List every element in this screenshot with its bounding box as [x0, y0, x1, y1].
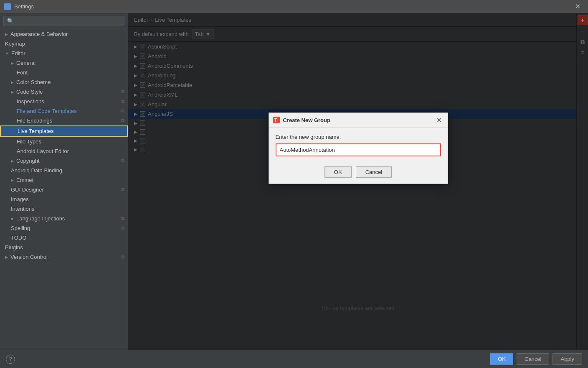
modal-prompt-label: Enter the new group name: [276, 134, 441, 140]
modal-close-button[interactable]: ✕ [435, 116, 444, 124]
sidebar-item-label: General [16, 60, 35, 66]
apply-button[interactable]: Apply [553, 353, 582, 365]
sidebar-item-images[interactable]: Images [0, 194, 128, 204]
modal-cancel-button[interactable]: Cancel [356, 166, 392, 178]
bottom-bar: ? OK Cancel Apply [0, 350, 588, 368]
content-area: Editor › Live Templates By default expan… [128, 13, 588, 350]
main-layout: ▶ Appearance & Behavior Keymap ▼ Editor … [0, 13, 588, 350]
expand-arrow-icon: ▼ [5, 51, 9, 56]
sidebar-item-label: Copyright [16, 158, 40, 164]
copy-icon: ⧉ [121, 89, 124, 95]
bottom-buttons: OK Cancel Apply [490, 353, 582, 365]
sidebar-item-label: Images [11, 196, 29, 202]
sidebar-item-label: Keymap [5, 41, 25, 47]
sidebar-item-general[interactable]: ▶ General [0, 58, 128, 68]
modal-ok-button[interactable]: OK [324, 166, 352, 178]
sidebar-item-file-code-templates[interactable]: File and Code Templates ⧉ [0, 106, 128, 116]
sidebar-item-label: File Encodings [17, 118, 52, 124]
expand-arrow-icon: ▶ [11, 178, 14, 182]
sidebar-item-emmet[interactable]: ▶ Emmet [0, 175, 128, 185]
copy-icon: ⧉ [121, 254, 124, 260]
sidebar-item-file-types[interactable]: File Types [0, 137, 128, 146]
sidebar-item-label: Android Layout Editor [17, 148, 69, 154]
sidebar-item-label: Android Data Binding [11, 167, 62, 174]
search-input[interactable] [3, 16, 124, 26]
sidebar-item-color-scheme[interactable]: ▶ Color Scheme [0, 77, 128, 87]
sidebar-item-file-encodings[interactable]: File Encodings ⧉ [0, 116, 128, 125]
sidebar-item-label: Code Style [16, 89, 43, 95]
copy-icon: ⧉ [121, 108, 124, 114]
sidebar-item-android-layout[interactable]: Android Layout Editor [0, 146, 128, 156]
sidebar-item-label: File and Code Templates [17, 108, 77, 114]
sidebar-item-label: Spelling [11, 225, 30, 231]
modal-title-label: Create New Group [283, 117, 431, 123]
svg-text:T: T [274, 118, 277, 123]
sidebar-item-intentions[interactable]: Intentions [0, 204, 128, 214]
sidebar-item-label: Version Control [10, 254, 48, 260]
sidebar-item-editor[interactable]: ▼ Editor [0, 49, 128, 58]
app-icon [4, 3, 11, 10]
sidebar-item-label: Inspections [17, 98, 44, 105]
copy-icon: ⧉ [121, 118, 124, 123]
sidebar-item-label: Intentions [11, 206, 34, 212]
modal-input-wrapper [276, 143, 441, 156]
copy-icon: ⧉ [121, 216, 124, 221]
cancel-button[interactable]: Cancel [517, 353, 549, 365]
sidebar-item-language-injections[interactable]: ▶ Language Injections ⧉ [0, 214, 128, 223]
sidebar-item-android-data-binding[interactable]: Android Data Binding [0, 166, 128, 175]
modal-title-icon: T [273, 117, 280, 123]
help-icon: ? [9, 356, 12, 362]
sidebar-item-label: File Types [17, 138, 41, 145]
copy-icon: ⧉ [121, 225, 124, 231]
modal-overlay: T Create New Group ✕ Enter the new group… [128, 13, 588, 350]
expand-arrow-icon: ▶ [11, 217, 14, 221]
sidebar-item-spelling[interactable]: Spelling ⧉ [0, 223, 128, 233]
expand-arrow-icon: ▶ [11, 90, 14, 94]
copy-icon: ⧉ [121, 187, 124, 192]
sidebar-item-label: Appearance & Behavior [10, 31, 68, 37]
sidebar-item-font[interactable]: Font [0, 68, 128, 77]
sidebar-item-appearance[interactable]: ▶ Appearance & Behavior [0, 29, 128, 39]
sidebar-item-version-control[interactable]: ▶ Version Control ⧉ [0, 252, 128, 262]
modal-body: Enter the new group name: [269, 128, 448, 162]
create-new-group-dialog: T Create New Group ✕ Enter the new group… [269, 112, 448, 184]
sidebar-item-keymap[interactable]: Keymap [0, 39, 128, 49]
svg-rect-0 [5, 4, 10, 9]
expand-arrow-icon: ▶ [11, 61, 14, 65]
ok-button[interactable]: OK [490, 353, 513, 365]
expand-arrow-icon: ▶ [5, 255, 8, 259]
sidebar-item-todo[interactable]: TODO [0, 233, 128, 243]
modal-footer: OK Cancel [269, 162, 448, 184]
window-close-button[interactable]: ✕ [572, 1, 584, 12]
group-name-input[interactable] [276, 144, 440, 156]
sidebar-item-label: Color Scheme [16, 79, 51, 85]
titlebar: Settings ✕ [0, 0, 588, 13]
expand-arrow-icon: ▶ [11, 159, 14, 163]
sidebar-item-plugins[interactable]: Plugins [0, 243, 128, 252]
sidebar-item-code-style[interactable]: ▶ Code Style ⧉ [0, 87, 128, 97]
sidebar-item-label: Live Templates [18, 128, 53, 134]
sidebar-item-label: Editor [11, 50, 25, 56]
sidebar-item-live-templates[interactable]: Live Templates [0, 125, 128, 137]
expand-arrow-icon: ▶ [11, 80, 14, 84]
modal-titlebar: T Create New Group ✕ [269, 113, 448, 128]
window-title: Settings [14, 3, 572, 10]
sidebar-item-inspections[interactable]: Inspections ⧉ [0, 97, 128, 106]
sidebar-item-copyright[interactable]: ▶ Copyright ⧉ [0, 156, 128, 166]
expand-arrow-icon: ▶ [5, 32, 8, 36]
copy-icon: ⧉ [121, 99, 124, 104]
sidebar-item-label: Language Injections [16, 215, 65, 222]
copy-icon: ⧉ [121, 158, 124, 164]
sidebar-item-label: TODO [11, 235, 26, 241]
help-button[interactable]: ? [6, 355, 15, 364]
sidebar: ▶ Appearance & Behavior Keymap ▼ Editor … [0, 13, 128, 350]
sidebar-item-label: Font [17, 69, 28, 76]
search-box [0, 13, 128, 29]
sidebar-item-label: Plugins [5, 244, 23, 250]
sidebar-item-label: Emmet [16, 177, 33, 183]
sidebar-item-gui-designer[interactable]: GUI Designer ⧉ [0, 185, 128, 194]
sidebar-item-label: GUI Designer [11, 187, 44, 193]
